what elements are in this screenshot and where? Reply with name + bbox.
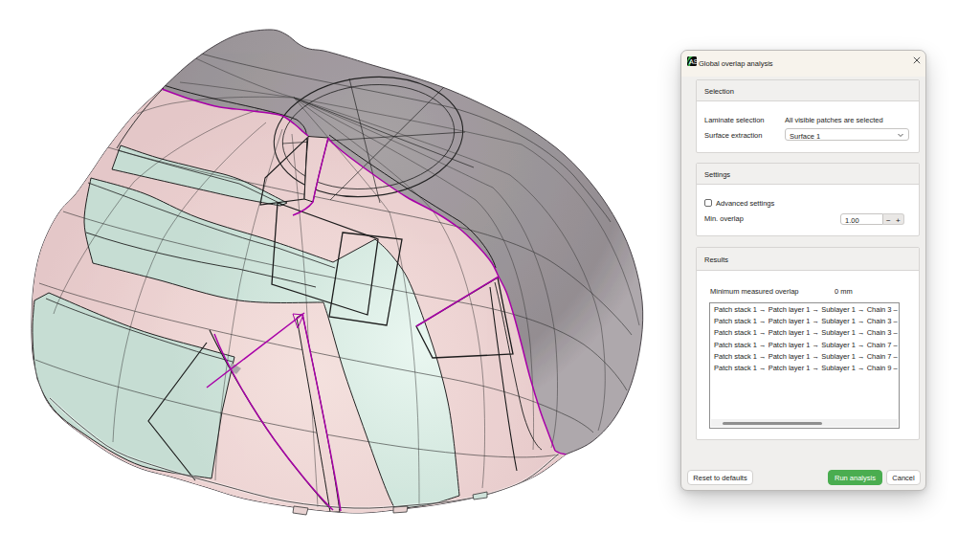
svg-text:AS: AS bbox=[689, 58, 697, 65]
